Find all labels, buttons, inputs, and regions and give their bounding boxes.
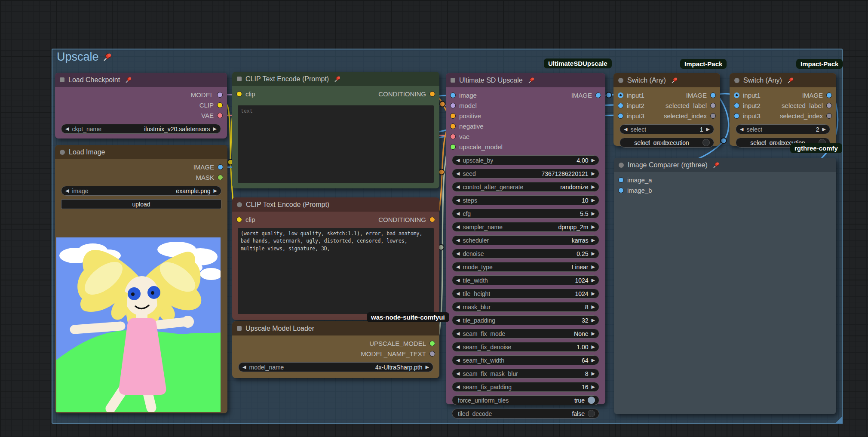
widget[interactable]: ◀ steps 10 ▶ [452, 195, 599, 205]
decrement-arrow[interactable]: ◀ [456, 185, 460, 189]
decrement-arrow[interactable]: ◀ [456, 211, 460, 216]
slot-dot[interactable] [218, 164, 223, 170]
widget[interactable]: ◀ image example.png ▶ [61, 186, 221, 196]
decrement-arrow[interactable]: ◀ [65, 126, 69, 131]
widget[interactable]: ◀ tiled_decode false ▶ [452, 409, 599, 419]
node-switch-any-2[interactable]: Switch (Any) input1 input2 input3 IMAGE … [730, 73, 836, 146]
reroute-dot[interactable] [721, 138, 727, 144]
increment-arrow[interactable]: ▶ [214, 188, 217, 193]
widget[interactable]: ◀ seam_fix_padding 16 ▶ [452, 382, 599, 392]
slot-dot[interactable] [429, 351, 435, 357]
decrement-arrow[interactable]: ◀ [456, 171, 460, 176]
node-load-image[interactable]: Load Image IMAGE MASK ◀ image example.pn… [55, 145, 227, 413]
widget[interactable]: ◀ seed 73671286220121 ▶ [452, 169, 599, 178]
increment-arrow[interactable]: ▶ [822, 127, 826, 132]
increment-arrow[interactable]: ▶ [592, 318, 595, 323]
node-header[interactable]: Load Checkpoint [55, 73, 227, 87]
widget[interactable]: ◀ mask_blur 8 ▶ [452, 302, 599, 312]
widget[interactable]: ◀ control_after_generate randomize ▶ [452, 182, 599, 192]
output-slot[interactable]: selected_label [613, 100, 720, 111]
slot-dot[interactable] [710, 103, 716, 108]
decrement-arrow[interactable]: ◀ [456, 265, 460, 269]
decrement-arrow[interactable]: ◀ [456, 158, 460, 163]
increment-arrow[interactable]: ▶ [592, 385, 595, 389]
increment-arrow[interactable]: ▶ [592, 171, 595, 176]
collapse-icon[interactable] [237, 77, 242, 81]
slot-dot[interactable] [826, 103, 832, 108]
node-header[interactable]: Load Image [55, 145, 227, 159]
slot-dot[interactable] [429, 217, 435, 222]
widget[interactable]: ◀ tile_height 1024 ▶ [452, 289, 599, 299]
slot-dot[interactable] [450, 113, 456, 119]
slot-dot[interactable] [450, 103, 456, 108]
collapse-icon[interactable] [237, 202, 242, 207]
widget[interactable]: ◀ ckpt_name ilustmix_v20.safetensors ▶ [61, 124, 221, 134]
output-slot[interactable]: selected_index [613, 111, 720, 121]
reroute-dot[interactable] [439, 169, 445, 175]
widget[interactable]: ◀ upscale_by 4.00 ▶ [452, 155, 599, 165]
slot-dot[interactable] [450, 123, 456, 129]
slot-dot[interactable] [595, 92, 601, 98]
widget[interactable]: ◀ scheduler karras ▶ [452, 235, 599, 245]
input-slot[interactable]: image_b [614, 185, 836, 195]
increment-arrow[interactable]: ▶ [706, 127, 710, 132]
node-load-checkpoint[interactable]: Load Checkpoint MODEL CLIP VAE ◀ ckpt_na… [55, 73, 227, 138]
decrement-arrow[interactable]: ◀ [456, 238, 460, 243]
node-header[interactable]: Ultimate SD Upscale [446, 73, 605, 87]
slot-dot[interactable] [450, 134, 456, 139]
collapse-icon[interactable] [618, 78, 623, 83]
decrement-arrow[interactable]: ◀ [624, 127, 627, 132]
toggle-dot[interactable] [702, 139, 710, 146]
collapse-icon[interactable] [451, 78, 455, 83]
decrement-arrow[interactable]: ◀ [456, 331, 460, 336]
increment-arrow[interactable]: ▶ [592, 345, 595, 349]
slot-dot[interactable] [429, 341, 435, 346]
input-slot[interactable]: image_a [614, 175, 836, 185]
decrement-arrow[interactable]: ◀ [65, 188, 69, 193]
collapse-icon[interactable] [60, 150, 65, 155]
node-clip-text-encode-negative[interactable]: CLIP Text Encode (Prompt) clip CONDITION… [232, 197, 439, 320]
output-slot[interactable]: VAE [55, 110, 227, 120]
node-header[interactable]: CLIP Text Encode (Prompt) [232, 72, 439, 86]
decrement-arrow[interactable]: ◀ [456, 225, 460, 229]
increment-arrow[interactable]: ▶ [592, 278, 595, 283]
increment-arrow[interactable]: ▶ [592, 198, 595, 203]
group-resize-handle[interactable] [835, 416, 843, 424]
collapse-icon[interactable] [60, 77, 64, 82]
widget[interactable]: ◀ sampler_name dpmpp_2m ▶ [452, 222, 599, 232]
increment-arrow[interactable]: ▶ [592, 331, 595, 336]
increment-arrow[interactable]: ▶ [592, 305, 595, 309]
output-slot[interactable]: MODEL_NAME_TEXT [232, 348, 439, 359]
node-header[interactable]: Upscale Model Loader [232, 321, 439, 335]
node-header[interactable]: Image Comparer (rgthree) [614, 158, 836, 172]
node-clip-text-encode-positive[interactable]: CLIP Text Encode (Prompt) clip CONDITION… [232, 72, 439, 188]
decrement-arrow[interactable]: ◀ [456, 278, 460, 283]
decrement-arrow[interactable]: ◀ [456, 358, 460, 363]
widget[interactable]: ◀ tile_width 1024 ▶ [452, 275, 599, 285]
widget[interactable]: ◀ seam_fix_width 64 ▶ [452, 355, 599, 365]
decrement-arrow[interactable]: ◀ [456, 318, 460, 323]
node-switch-any-1[interactable]: Switch (Any) input1 input2 input3 IMAGE … [613, 73, 720, 146]
decrement-arrow[interactable]: ◀ [456, 291, 460, 296]
slot-dot[interactable] [618, 177, 624, 183]
increment-arrow[interactable]: ▶ [592, 211, 595, 216]
widget[interactable]: ◀ cfg 5.5 ▶ [452, 209, 599, 218]
decrement-arrow[interactable]: ◀ [456, 385, 460, 389]
widget[interactable]: ◀ model_name 4x-UltraSharp.pth ▶ [238, 362, 433, 372]
toggle-dot[interactable] [588, 397, 595, 404]
node-ultimate-sd-upscale[interactable]: Ultimate SD Upscale image model positive… [446, 73, 605, 404]
node-upscale-model-loader[interactable]: Upscale Model Loader UPSCALE_MODEL MODEL… [232, 321, 439, 378]
decrement-arrow[interactable]: ◀ [456, 251, 460, 256]
output-slot[interactable]: selected_index [730, 111, 836, 121]
slot-dot[interactable] [710, 113, 716, 119]
widget[interactable]: ◀ mode_type Linear ▶ [452, 262, 599, 272]
widget[interactable]: ◀ seam_fix_mask_blur 8 ▶ [452, 369, 599, 379]
collapse-icon[interactable] [237, 326, 242, 331]
output-slot[interactable]: CONDITIONING [232, 89, 439, 99]
decrement-arrow[interactable]: ◀ [456, 305, 460, 309]
collapse-icon[interactable] [619, 163, 624, 168]
collapse-icon[interactable] [734, 78, 739, 83]
output-slot[interactable]: MASK [55, 172, 227, 182]
prompt-textarea[interactable] [238, 105, 434, 183]
slot-dot[interactable] [710, 92, 716, 98]
